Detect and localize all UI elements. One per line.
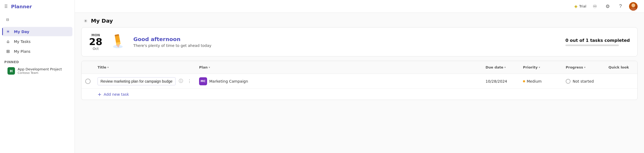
priority-dot <box>523 80 525 82</box>
date-day: 28 <box>89 37 102 47</box>
th-due-date-label: Due date <box>486 65 503 69</box>
pinned-item-icon: H <box>7 67 15 75</box>
th-priority-label: Priority <box>523 65 538 69</box>
home-icon: ⌂ <box>5 39 11 44</box>
chevron-left-icon: ⊟ <box>6 18 9 22</box>
welcome-greeting: Good afternoon <box>133 36 560 42</box>
svg-point-1 <box>630 7 636 11</box>
table-row: ⓘ ⋮ MC Marketing Campaign 10/28/2024 Med… <box>82 74 637 89</box>
th-due-date[interactable]: Due date ▾ <box>482 63 520 71</box>
welcome-subtitle: There's plenty of time to get ahead toda… <box>133 43 560 48</box>
th-progress-label: Progress <box>566 65 583 69</box>
sun-icon: ☀ <box>5 29 11 34</box>
main-content: ◈ Trial ♾ ⚙ ? ☀ My Day <box>75 0 644 153</box>
sidebar-item-my-plans[interactable]: ⊞ My Plans <box>2 47 72 56</box>
top-bar: ◈ Trial ♾ ⚙ ? <box>75 0 644 13</box>
task-due-date: 10/28/2024 <box>486 79 507 83</box>
task-checkbox[interactable] <box>85 79 91 84</box>
th-quick-look-label: Quick look <box>608 65 629 69</box>
sort-down-icon: ▾ <box>539 66 540 69</box>
date-month: Oct <box>93 47 99 51</box>
th-plan[interactable]: Plan ▾ <box>196 63 482 71</box>
plus-icon: + <box>98 91 102 97</box>
welcome-date: MON 28 Oct <box>89 33 102 51</box>
question-icon: ? <box>619 3 622 9</box>
plan-name: Marketing Campaign <box>209 79 248 83</box>
th-title[interactable]: Title ▾ <box>94 63 196 71</box>
page-sun-icon: ☀ <box>83 18 88 24</box>
task-progress-label: Not started <box>573 79 594 83</box>
sidebar-item-my-day[interactable]: ☀ My Day <box>2 27 72 36</box>
task-plan-cell: MC Marketing Campaign <box>196 75 482 87</box>
sort-down-icon: ▾ <box>107 66 109 69</box>
tasks-count-text: 0 out of 1 tasks completed <box>565 38 630 43</box>
th-progress[interactable]: Progress ▾ <box>562 63 605 71</box>
task-table: Title ▾ Plan ▾ Due date ▾ Priority ▾ Pro… <box>81 61 638 100</box>
app-title: Planner <box>11 4 32 9</box>
task-due-cell: 10/28/2024 <box>482 77 520 86</box>
user-avatar[interactable] <box>629 2 638 11</box>
task-title-input[interactable] <box>98 77 176 85</box>
pencil-illustration <box>110 33 126 49</box>
table-header: Title ▾ Plan ▾ Due date ▾ Priority ▾ Pro… <box>82 61 637 74</box>
waffle-icon[interactable]: ⠿ <box>4 4 8 9</box>
th-plan-label: Plan <box>199 65 208 69</box>
pinned-item-text: App Development Project Contoso Team <box>18 67 62 75</box>
task-progress-cell: Not started <box>562 77 605 86</box>
pinned-section: Pinned H App Development Project Contoso… <box>0 57 75 78</box>
nav-top: ⠿ Planner <box>0 0 75 13</box>
svg-point-0 <box>631 3 635 7</box>
sidebar-item-my-tasks[interactable]: ⌂ My Tasks <box>2 37 72 46</box>
tasks-progress-bar <box>565 45 619 46</box>
task-info-button[interactable]: ⓘ <box>178 77 184 85</box>
task-title-cell: ⓘ ⋮ <box>94 75 196 87</box>
top-bar-right: ◈ Trial ♾ ⚙ ? <box>574 2 638 11</box>
left-nav: ⠿ Planner ⊟ ☀ My Day ⌂ My Tasks ⊞ My Pla… <box>0 0 75 153</box>
pinned-item-name: App Development Project <box>18 67 62 71</box>
sort-down-icon: ▾ <box>584 66 585 69</box>
avatar-image <box>629 2 638 11</box>
nav-collapse-button[interactable]: ⊟ <box>3 15 12 24</box>
sort-down-icon: ▾ <box>209 66 210 69</box>
pinned-item-team: Contoso Team <box>18 71 62 75</box>
welcome-emoji <box>110 33 126 51</box>
task-quicklook-cell <box>605 79 637 83</box>
task-check-cell <box>82 79 94 84</box>
tasks-completed: 0 out of 1 tasks completed <box>565 38 630 46</box>
page-header: ☀ My Day <box>75 13 644 27</box>
page-title: My Day <box>91 18 113 24</box>
people-button[interactable]: ♾ <box>591 2 599 11</box>
add-task-label: Add new task <box>104 92 129 96</box>
nav-items: ☀ My Day ⌂ My Tasks ⊞ My Plans <box>0 26 75 57</box>
help-button[interactable]: ? <box>616 2 625 11</box>
people-icon: ♾ <box>593 3 597 9</box>
diamond-icon: ◈ <box>574 4 577 9</box>
task-more-button[interactable]: ⋮ <box>186 78 193 85</box>
trial-badge: ◈ Trial <box>574 4 586 9</box>
sidebar-item-label: My Day <box>14 30 29 34</box>
task-priority-cell: Medium <box>520 77 562 86</box>
welcome-text: Good afternoon There's plenty of time to… <box>133 36 560 48</box>
task-priority-label: Medium <box>527 79 542 83</box>
sidebar-item-label: My Tasks <box>14 39 30 44</box>
th-checkbox <box>82 63 94 71</box>
gear-icon: ⚙ <box>606 3 610 9</box>
trial-label: Trial <box>579 4 586 8</box>
page-body: ☀ My Day MON 28 Oct Good afternoon <box>75 13 644 153</box>
add-task-row[interactable]: + Add new task <box>82 89 637 100</box>
pinned-item-app-dev[interactable]: H App Development Project Contoso Team <box>4 65 70 77</box>
th-priority[interactable]: Priority ▾ <box>520 63 562 71</box>
sidebar-item-label: My Plans <box>14 49 30 54</box>
plan-badge: MC <box>199 77 207 85</box>
th-title-label: Title <box>98 65 106 69</box>
sort-down-icon: ▾ <box>505 66 506 69</box>
progress-circle-icon <box>566 79 571 84</box>
pinned-label: Pinned <box>4 60 70 64</box>
th-quick-look: Quick look <box>605 63 637 71</box>
settings-button[interactable]: ⚙ <box>603 2 612 11</box>
grid-icon: ⊞ <box>5 49 11 54</box>
welcome-card: MON 28 Oct Good afternoon There's plenty… <box>81 27 638 57</box>
